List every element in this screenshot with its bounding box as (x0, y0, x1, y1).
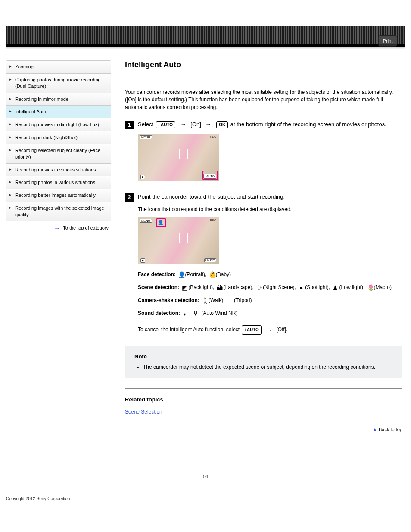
sidebar-item-face-priority[interactable]: Recording selected subject clearly (Face… (6, 144, 111, 164)
walk-icon: 🚶 (202, 295, 208, 307)
tripod-icon: ⛬ (227, 295, 233, 307)
arrow-right-icon: → (54, 225, 60, 232)
sidebar-item-photos-situations[interactable]: Recording photos in various situations (6, 176, 111, 189)
scene-val: (Backlight) (188, 284, 213, 290)
landscape-icon: 🏔 (217, 282, 223, 294)
print-button[interactable]: Print (378, 35, 397, 47)
step1-mid: [On] (190, 121, 201, 128)
ok-icon: OK (216, 121, 228, 128)
face-frame (179, 149, 188, 159)
intro-text: Your camcorder records movies after sele… (125, 89, 402, 111)
back-to-top[interactable]: ▲ Back to top (125, 423, 402, 432)
iauto-button-overlay: i AUTO (204, 258, 216, 262)
sidebar-item-better-images[interactable]: Recording better images automatically (6, 189, 111, 202)
main-content: Intelligent Auto Your camcorder records … (125, 60, 405, 445)
shake-detection-label: Camera-shake detection: (138, 297, 199, 303)
sidebar-item-label: Recording images with the selected image… (15, 205, 104, 217)
footer: 56 Copyright 2012 Sony Corporation (6, 474, 405, 501)
arrow-right-icon: → (203, 121, 214, 129)
sidebar-item-image-quality[interactable]: Recording images with the selected image… (6, 202, 111, 221)
scene-val: (Macro) (374, 284, 392, 290)
related-topics: Related topics Scene Selection (125, 388, 402, 415)
note-box: Note The camcorder may not detect the ex… (125, 346, 402, 378)
to-top-category[interactable]: → To the top of category (6, 221, 111, 232)
step1-prefix: Select (138, 121, 155, 128)
shake-val: (Tripod) (234, 297, 252, 303)
sidebar-item-label: Recording movies in various situations (15, 167, 96, 172)
highlight-box (202, 171, 218, 180)
back-to-top-label: Back to top (379, 427, 402, 432)
copyright: Copyright 2012 Sony Corporation (6, 496, 405, 501)
header-band: Print (6, 26, 405, 47)
sound-detection-label: Sound detection: (138, 310, 180, 316)
face-detection-label: Face detection: (138, 271, 176, 277)
step2-caption: The icons that correspond to the conditi… (138, 206, 402, 213)
scene-val: (Night Scene) (263, 284, 294, 290)
sidebar-item-mirror[interactable]: Recording in mirror mode (6, 93, 111, 106)
sidebar-item-label: Recording in mirror mode (15, 96, 68, 102)
sidebar-item-label: Recording photos in various situations (15, 180, 95, 185)
menu-tag: MENU (140, 219, 152, 223)
iauto-icon: i AUTO (242, 325, 261, 335)
sidebar-item-dual-capture[interactable]: Capturing photos during movie recording … (6, 74, 111, 93)
menu-tag: MENU (140, 135, 152, 139)
step-number-1: 1 (125, 121, 134, 129)
triangle-up-icon: ▲ (372, 426, 377, 432)
separator (125, 81, 402, 81)
detections-block: Face detection: 👤(Portrait), 👶(Baby) Sce… (138, 269, 402, 336)
cancel-suffix: [Off]. (277, 327, 288, 333)
play-tag: ▶ (140, 175, 145, 179)
sidebar-item-label: Capturing photos during movie recording … (15, 77, 101, 89)
scene-val: (Low light) (339, 284, 363, 290)
scene-val: (Landscape) (224, 284, 252, 290)
note-title: Note (134, 353, 393, 360)
sidebar-item-label: Recording better images automatically (15, 193, 96, 198)
related-link-scene-selection[interactable]: Scene Selection (125, 409, 162, 415)
step-1-text: Select i AUTO → [On] → OK at the bottom … (138, 121, 386, 129)
detected-icon-overlay: 👤 (158, 220, 164, 225)
sidebar-item-low-lux[interactable]: Recording movies in dim light (Low Lux) (6, 118, 111, 131)
sidebar-item-label: Recording in dark (NightShot) (15, 135, 78, 140)
iauto-icon: i AUTO (156, 121, 175, 128)
screenshot-1: MENU REC ▶ i AUTO (138, 134, 219, 181)
rec-tag: REC (210, 219, 216, 222)
baby-val: (Baby) (216, 271, 231, 277)
page-number: 56 (6, 474, 405, 479)
sidebar-item-intelligent-auto[interactable]: Intelligent Auto (6, 106, 111, 118)
sidebar-list: Zooming Capturing photos during movie re… (6, 60, 111, 221)
portrait-val: (Portrait), (185, 271, 208, 277)
backlight-icon: ◩ (181, 282, 187, 294)
baby-icon: 👶 (209, 269, 215, 281)
spotlight-icon: ● (298, 282, 304, 294)
sidebar-item-nightshot[interactable]: Recording in dark (NightShot) (6, 131, 111, 144)
related-title: Related topics (125, 396, 402, 403)
cancel-prefix: To cancel the Intelligent Auto function,… (138, 327, 241, 333)
step-2-text: Point the camcorder toward the subject a… (138, 193, 285, 201)
arrow-right-icon: → (178, 121, 189, 129)
step1-suffix: at the bottom right of the recording scr… (230, 121, 386, 128)
face-frame (179, 233, 188, 243)
sidebar-item-label: Zooming (15, 64, 34, 69)
sound-val: (Auto Wind NR) (201, 310, 237, 316)
macro-icon: 🌷 (367, 282, 373, 294)
arrow-right-icon: → (264, 324, 275, 336)
rec-tag: REC (210, 135, 216, 138)
sidebar: Zooming Capturing photos during movie re… (6, 60, 111, 445)
night-scene-icon: ☽ (256, 282, 262, 294)
sidebar-item-movies-situations[interactable]: Recording movies in various situations (6, 164, 111, 177)
wind-nr-icon-2: 🎙 (193, 308, 199, 320)
lowlight-icon: ♟ (333, 282, 339, 294)
note-item: The camcorder may not detect the expecte… (143, 363, 393, 371)
sidebar-item-label: Recording movies in dim light (Low Lux) (15, 122, 99, 127)
screenshot-2: MENU REC ▶ i AUTO 👤 (138, 217, 219, 264)
shake-val: (Walk) (209, 297, 223, 303)
step-number-2: 2 (125, 193, 134, 202)
sidebar-item-label: Intelligent Auto (15, 109, 46, 114)
to-top-label: To the top of category (63, 225, 109, 230)
sidebar-item-zooming[interactable]: Zooming (6, 61, 111, 74)
scene-val: (Spotlight) (305, 284, 329, 290)
page-title: Intelligent Auto (125, 60, 402, 69)
portrait-icon: 👤 (178, 269, 184, 281)
scene-detection-label: Scene detection: (138, 284, 179, 290)
play-tag: ▶ (140, 258, 145, 263)
